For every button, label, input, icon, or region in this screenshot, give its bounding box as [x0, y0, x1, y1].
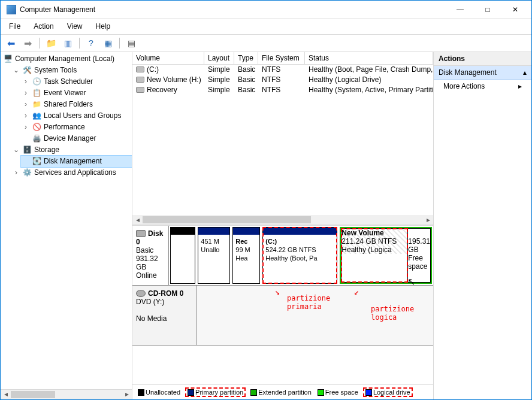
- disk0-size: 931.32 GB: [136, 254, 158, 271]
- expand-icon[interactable]: ›: [13, 167, 20, 178]
- system-tools-label: System Tools: [34, 65, 77, 76]
- expand-icon[interactable]: ›: [22, 110, 29, 122]
- collapse-icon[interactable]: ⌄: [13, 144, 20, 156]
- scroll-thumb[interactable]: [143, 216, 311, 223]
- tree-disk-management[interactable]: 💽Disk Management: [21, 156, 132, 167]
- performance-label: Performance: [44, 122, 85, 133]
- partition-unallocated-hidden[interactable]: [170, 227, 195, 284]
- tree-event-viewer[interactable]: ›📋Event Viewer: [21, 87, 132, 99]
- volume-type: Basic: [234, 65, 258, 75]
- volume-scrollbar[interactable]: ◂ ▸: [132, 215, 433, 225]
- nv-status: Healthy (Logica: [341, 246, 407, 254]
- volume-row[interactable]: (C:) Simple Basic NTFS Healthy (Boot, Pa…: [132, 65, 433, 75]
- tree-services[interactable]: ›⚙️Services and Applications: [11, 167, 132, 178]
- title-bar: Computer Management — □ ✕: [1, 1, 531, 19]
- unalloc-size: 451 M: [201, 237, 227, 246]
- scroll-right-icon[interactable]: ▸: [423, 215, 433, 225]
- tree-device-manager[interactable]: 🖨️Device Manager: [21, 133, 132, 144]
- unalloc-label: Unallo: [201, 246, 227, 254]
- arrow-annotation-icon: ↘: [275, 287, 280, 296]
- tree-storage[interactable]: ⌄🗄️Storage: [11, 144, 132, 156]
- settings-button[interactable]: ▤: [125, 37, 138, 50]
- refresh-button[interactable]: ▦: [101, 37, 114, 50]
- partition-c[interactable]: (C:) 524.22 GB NTFS Healthy (Boot, Pa: [262, 227, 337, 284]
- col-filesystem[interactable]: File System: [258, 52, 305, 65]
- volume-fs: NTFS: [258, 75, 305, 85]
- volume-row[interactable]: New Volume (H:) Simple Basic NTFS Health…: [132, 75, 433, 85]
- tree-local-users[interactable]: ›👥Local Users and Groups: [21, 110, 132, 122]
- minimize-button[interactable]: —: [446, 1, 474, 19]
- col-type[interactable]: Type: [234, 52, 258, 65]
- forward-button[interactable]: ➡: [21, 37, 34, 50]
- event-icon: 📋: [32, 89, 41, 98]
- menu-view[interactable]: View: [65, 21, 85, 32]
- menu-bar: File Action View Help: [1, 19, 531, 35]
- extended-partition[interactable]: New Volume 211.24 GB NTFS Healthy (Logic…: [340, 227, 432, 284]
- volume-fs: NTFS: [258, 65, 305, 75]
- collapse-icon[interactable]: ⌄: [13, 65, 20, 76]
- legend-extended: Extended partition: [249, 389, 313, 396]
- col-layout[interactable]: Layout: [204, 52, 234, 65]
- actions-context-label: Disk Management: [439, 68, 497, 77]
- tree-scrollbar[interactable]: ◂ ▸: [1, 389, 132, 399]
- partition-free-space[interactable]: 195.31 GB Free space: [408, 228, 431, 283]
- scroll-left-icon[interactable]: ◂: [132, 215, 143, 225]
- up-button[interactable]: 📁: [44, 37, 58, 50]
- expand-icon[interactable]: ›: [22, 76, 29, 87]
- performance-icon: 🚫: [32, 123, 41, 132]
- volume-row[interactable]: Recovery Simple Basic NTFS Healthy (Syst…: [132, 85, 433, 95]
- actions-title: Actions: [434, 52, 531, 66]
- legend-unallocated: Unallocated: [136, 389, 182, 396]
- tree-system-tools[interactable]: ⌄ 🛠️ System Tools: [11, 65, 132, 76]
- services-label: Services and Applications: [34, 167, 116, 178]
- volume-layout: Simple: [204, 85, 234, 95]
- tree-root[interactable]: 🖥️ Computer Management (Local): [2, 53, 132, 65]
- close-button[interactable]: ✕: [501, 1, 529, 19]
- scroll-right-icon[interactable]: ▸: [122, 390, 132, 399]
- task-scheduler-label: Task Scheduler: [44, 76, 93, 87]
- partition-recovery[interactable]: Rec 99 M Hea: [232, 227, 260, 284]
- menu-file[interactable]: File: [7, 21, 23, 32]
- toolbar: ⬅ ➡ 📁 ▥ ? ▦ ▤: [1, 35, 531, 52]
- expand-icon[interactable]: ›: [22, 87, 29, 99]
- rec-size: 99 M: [235, 246, 257, 254]
- collapse-icon: ▴: [523, 68, 527, 77]
- back-button[interactable]: ⬅: [4, 37, 17, 50]
- partition-unallocated[interactable]: 451 M Unallo: [198, 227, 230, 284]
- scroll-left-icon[interactable]: ◂: [1, 390, 11, 399]
- volume-status: Healthy (Boot, Page File, Crash Dump, Pr…: [305, 65, 433, 75]
- menu-action[interactable]: Action: [31, 21, 56, 32]
- col-volume[interactable]: Volume: [132, 52, 204, 65]
- properties-button[interactable]: ▥: [61, 37, 74, 50]
- tree-performance[interactable]: ›🚫Performance: [21, 122, 132, 133]
- menu-help[interactable]: Help: [93, 21, 113, 32]
- maximize-button[interactable]: □: [474, 1, 501, 19]
- legend-logical: Logical drive: [363, 387, 413, 397]
- actions-more[interactable]: More Actions ▸: [434, 80, 531, 93]
- legend-primary: Primary partition: [185, 387, 246, 397]
- col-status[interactable]: Status: [305, 52, 433, 65]
- arrow-annotation-icon: ↙: [354, 287, 359, 296]
- partition-new-volume[interactable]: New Volume 211.24 GB NTFS Healthy (Logic…: [341, 228, 408, 283]
- disk0-row[interactable]: Disk 0 Basic 931.32 GB Online 451 M Unal…: [132, 226, 433, 286]
- volume-layout: Simple: [204, 75, 234, 85]
- cdrom-title: CD-ROM 0: [148, 289, 183, 298]
- expand-icon[interactable]: ›: [22, 99, 29, 110]
- cdrom-row[interactable]: CD-ROM 0 DVD (Y:) No Media ↘ partizione …: [132, 286, 433, 346]
- nv-size: 211.24 GB NTFS: [341, 237, 407, 246]
- annotation-logical: partizione logica: [371, 305, 433, 322]
- rec-name: Rec: [235, 237, 257, 246]
- clock-icon: 🕒: [32, 77, 41, 87]
- c-size: 524.22 GB NTFS: [265, 246, 334, 254]
- cdrom-label: CD-ROM 0 DVD (Y:) No Media: [132, 286, 197, 345]
- tree-shared-folders[interactable]: ›📁Shared Folders: [21, 99, 132, 110]
- computer-icon: 🖥️: [3, 54, 13, 64]
- help-button[interactable]: ?: [84, 37, 98, 50]
- tree-task-scheduler[interactable]: ›🕒Task Scheduler: [21, 76, 132, 87]
- scroll-thumb[interactable]: [11, 391, 55, 398]
- volume-status: Healthy (System, Active, Primary Partiti…: [305, 85, 433, 95]
- hdd-icon: [136, 230, 146, 237]
- cdrom-sub: DVD (Y:): [136, 298, 164, 306]
- actions-context[interactable]: Disk Management ▴: [434, 66, 531, 80]
- expand-icon[interactable]: ›: [22, 122, 29, 133]
